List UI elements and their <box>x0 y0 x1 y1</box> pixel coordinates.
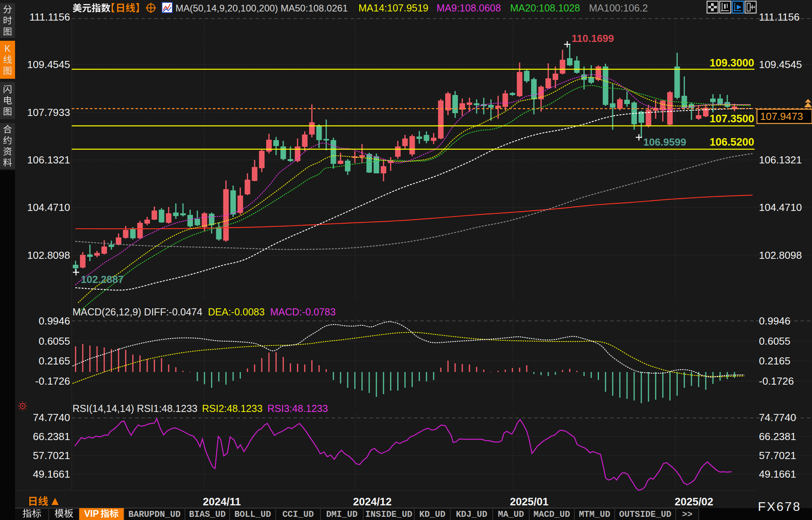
svg-text:DMI_UD: DMI_UD <box>326 510 357 520</box>
svg-text:RSI(14,14,14) RSI1:48.1233: RSI(14,14,14) RSI1:48.1233 <box>72 403 197 414</box>
svg-text:BARUPDN_UD: BARUPDN_UD <box>128 510 181 520</box>
svg-text:INSIDE_UD: INSIDE_UD <box>365 510 412 520</box>
svg-text:2024/11: 2024/11 <box>203 496 241 508</box>
svg-text:MA_UD: MA_UD <box>498 510 524 520</box>
svg-text:MTM_UD: MTM_UD <box>579 510 610 520</box>
svg-text:0.6055: 0.6055 <box>38 335 70 347</box>
svg-text:MA100:106.2: MA100:106.2 <box>589 2 648 13</box>
svg-text:KD_UD: KD_UD <box>419 510 445 520</box>
svg-text:102.2887: 102.2887 <box>81 273 124 285</box>
svg-text:MACD_UD: MACD_UD <box>534 510 570 520</box>
svg-text:107.3500: 107.3500 <box>709 113 754 125</box>
svg-text:111.1156: 111.1156 <box>29 11 70 23</box>
svg-text:K: K <box>4 44 11 54</box>
svg-text:VIP: VIP <box>84 509 99 519</box>
svg-text:RSI2:48.1233: RSI2:48.1233 <box>202 403 263 414</box>
svg-text:>>: >> <box>682 510 692 520</box>
svg-text:107.9473: 107.9473 <box>760 110 803 122</box>
svg-text:74.7740: 74.7740 <box>759 412 796 423</box>
svg-text:2025/01: 2025/01 <box>510 496 549 508</box>
svg-text:109.3000: 109.3000 <box>709 57 754 69</box>
svg-text:102.8098: 102.8098 <box>27 249 70 261</box>
svg-text:110.1699: 110.1699 <box>572 32 614 44</box>
svg-text:MACD(26,12,9) DIFF:-0.0474: MACD(26,12,9) DIFF:-0.0474 <box>72 306 202 317</box>
svg-text:MACD:-0.0783: MACD:-0.0783 <box>270 306 335 317</box>
svg-text:104.4710: 104.4710 <box>27 201 70 213</box>
svg-text:OUTSIDE_UD: OUTSIDE_UD <box>619 510 671 520</box>
svg-text:106.5200: 106.5200 <box>709 136 754 148</box>
svg-text:107.7933: 107.7933 <box>27 106 70 118</box>
svg-text:MA9:108.0608: MA9:108.0608 <box>436 2 501 13</box>
svg-text:106.1321: 106.1321 <box>27 154 70 166</box>
svg-text:0.2165: 0.2165 <box>38 355 70 367</box>
svg-text:MA20:108.1028: MA20:108.1028 <box>510 2 580 13</box>
svg-text:0.2165: 0.2165 <box>759 355 791 367</box>
svg-text:109.4545: 109.4545 <box>759 59 802 70</box>
svg-text:109.4545: 109.4545 <box>27 59 70 70</box>
svg-text:66.2381: 66.2381 <box>33 431 70 442</box>
svg-text:111.1156: 111.1156 <box>759 11 800 23</box>
svg-text:MA14:107.9519: MA14:107.9519 <box>358 2 429 13</box>
svg-text:57.7021: 57.7021 <box>759 450 796 461</box>
svg-text:74.7740: 74.7740 <box>33 412 70 423</box>
svg-text:49.1661: 49.1661 <box>33 468 70 480</box>
svg-text:-0.1726: -0.1726 <box>35 375 70 387</box>
svg-text:CCI_UD: CCI_UD <box>282 510 314 520</box>
svg-text:0.9946: 0.9946 <box>759 315 791 327</box>
svg-text:MA(50,14,9,20,100,200) MA50:10: MA(50,14,9,20,100,200) MA50:108.0261 <box>175 3 348 13</box>
svg-text:106.9599: 106.9599 <box>643 136 686 148</box>
svg-text:DEA:-0.0083: DEA:-0.0083 <box>208 306 265 317</box>
svg-text:0.6055: 0.6055 <box>759 335 791 347</box>
svg-text:0.9946: 0.9946 <box>38 315 70 327</box>
svg-text:-0.1726: -0.1726 <box>759 375 794 387</box>
svg-text:49.1661: 49.1661 <box>759 468 796 480</box>
svg-text:2024/12: 2024/12 <box>353 496 392 508</box>
svg-text:57.7021: 57.7021 <box>33 450 70 461</box>
svg-text:66.2381: 66.2381 <box>759 431 796 442</box>
svg-text:2025/02: 2025/02 <box>675 496 713 508</box>
svg-text:106.1321: 106.1321 <box>759 154 802 166</box>
svg-text:104.4710: 104.4710 <box>759 201 802 213</box>
svg-text:BIAS_UD: BIAS_UD <box>189 510 225 520</box>
svg-text:KDJ_UD: KDJ_UD <box>456 510 487 520</box>
svg-text:FX678: FX678 <box>758 499 801 514</box>
svg-text:102.8098: 102.8098 <box>759 249 802 261</box>
svg-text:RSI3:48.1233: RSI3:48.1233 <box>267 403 328 414</box>
svg-text:BOLL_UD: BOLL_UD <box>234 510 271 520</box>
